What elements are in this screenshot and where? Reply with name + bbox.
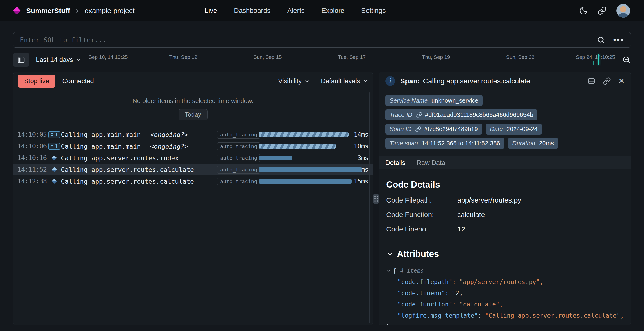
- code-filepath-row: Code Filepath: app/server/routes.py: [386, 196, 624, 204]
- close-icon[interactable]: ✕: [618, 77, 624, 85]
- time-range-bar: Last 14 days Sep 10, 14:10:25 Thu, Sep 1…: [13, 52, 631, 67]
- duration-bar: [259, 132, 349, 137]
- timeline-activity-spike: [598, 54, 599, 65]
- sidebar-toggle-button[interactable]: [13, 53, 29, 66]
- duration-badge: Duration 20ms: [508, 138, 558, 149]
- span-row[interactable]: 14:11:52 Calling app.server.routes.calcu…: [13, 164, 373, 176]
- today-button[interactable]: Today: [178, 109, 207, 120]
- nav-tab-explore[interactable]: Explore: [322, 0, 344, 22]
- connection-status: Connected: [62, 77, 94, 85]
- span-row[interactable]: 14:10:05 1 Calling app.main.main<ongoing…: [13, 129, 373, 140]
- copy-link-icon[interactable]: [603, 77, 611, 85]
- top-navbar: SummerStuff example-project Live Dashboa…: [0, 0, 644, 22]
- detail-body: Code Details Code Filepath: app/server/r…: [379, 169, 631, 325]
- trace-link-icon[interactable]: [416, 112, 422, 118]
- duration-bar: [259, 144, 336, 148]
- timeline-activity-spike-minor: [593, 61, 594, 65]
- search-icon[interactable]: [597, 36, 605, 44]
- auto-tracing-tag: auto_tracing: [217, 154, 260, 162]
- timeline-tick: Sun, Sep 22: [506, 54, 534, 60]
- code-lineno-row: Code Lineno: 12: [386, 225, 624, 233]
- timeline-tick: Thu, Sep 19: [422, 54, 450, 60]
- info-icon: i: [385, 76, 395, 86]
- attributes-section-toggle[interactable]: Attributes: [386, 249, 624, 259]
- nav-tabs: Live Dashboards Alerts Explore Settings: [205, 0, 386, 22]
- row-timestamp: 14:10:05: [18, 131, 48, 138]
- span-row[interactable]: 14:12:38 Calling app.server.routes.calcu…: [13, 176, 373, 187]
- collapsed-spans-count-icon[interactable]: 1: [48, 143, 61, 150]
- more-options-icon[interactable]: •••: [613, 36, 624, 44]
- timeline-tick: Sep 10, 14:10:25: [88, 54, 128, 60]
- panel-divider: [373, 72, 379, 326]
- span-detail-title: Span:Calling app.server.routes.calculate: [400, 77, 530, 85]
- duration-bar: [259, 156, 292, 160]
- user-avatar[interactable]: [616, 4, 630, 18]
- time-range-dropdown[interactable]: Last 14 days: [36, 56, 82, 64]
- default-levels-dropdown[interactable]: Default levels: [321, 77, 368, 85]
- span-detail-panel: i Span:Calling app.server.routes.calcula…: [379, 72, 631, 326]
- time-range-label: Last 14 days: [36, 56, 73, 64]
- breadcrumb-chevron-icon: [74, 8, 80, 14]
- row-message: Calling app.server.routes.calculate: [61, 166, 194, 173]
- panel-resize-handle[interactable]: [374, 194, 378, 204]
- row-timestamp: 14:10:06: [18, 143, 48, 150]
- span-diamond-icon: [52, 155, 57, 161]
- square-icon: [51, 145, 53, 148]
- json-entry: "logfire.msg_template":"Calling app.serv…: [386, 310, 624, 321]
- duration-bar: [259, 167, 362, 172]
- nav-tab-alerts[interactable]: Alerts: [287, 0, 304, 22]
- row-message: Calling app.server.routes.calculate: [61, 178, 194, 185]
- square-icon: [51, 134, 53, 136]
- main-content: Stop live Connected Visibility Default l…: [13, 72, 631, 326]
- span-row[interactable]: 14:10:16 Calling app.server.routes.index…: [13, 152, 373, 164]
- nav-tab-dashboards[interactable]: Dashboards: [234, 0, 270, 22]
- span-count: 1: [55, 144, 58, 149]
- timeline-tick: Tue, Sep 17: [338, 54, 366, 60]
- auto-tracing-tag: auto_tracing: [217, 131, 260, 138]
- json-entry: "code.lineno":12,: [386, 288, 624, 299]
- chevron-down-icon: [386, 251, 393, 258]
- chevron-down-icon: [76, 57, 82, 62]
- code-function-row: Code Function: calculate: [386, 211, 624, 219]
- zoom-in-icon[interactable]: [622, 55, 631, 64]
- live-view-panel: Stop live Connected Visibility Default l…: [13, 72, 373, 326]
- nav-tab-settings[interactable]: Settings: [361, 0, 386, 22]
- empty-window-message: No older items in the selected time wind…: [13, 90, 373, 105]
- tab-details[interactable]: Details: [385, 156, 406, 169]
- timeline-tick: Thu, Sep 12: [169, 54, 197, 60]
- project-breadcrumb[interactable]: example-project: [84, 7, 134, 15]
- brand-diamond-icon: [13, 7, 21, 15]
- span-row[interactable]: 14:10:06 1 Calling app.main.main<ongoing…: [13, 140, 373, 152]
- tab-raw-data[interactable]: Raw Data: [417, 156, 446, 169]
- row-message: Calling app.main.main: [61, 143, 141, 150]
- sql-filter-bar: •••: [13, 32, 631, 48]
- timeline-activity-line: [88, 64, 615, 64]
- time-span-badge: Time span 14:11:52.366 to 14:11:52.386: [385, 138, 504, 149]
- chevron-down-icon: [304, 78, 310, 84]
- trace-id-badge: Trace ID #df01acad0311189c8b66a466d96965…: [385, 109, 538, 120]
- detail-tabs: Details Raw Data: [379, 156, 631, 169]
- open-in-table-icon[interactable]: [588, 77, 596, 85]
- sql-filter-input[interactable]: [20, 36, 597, 44]
- code-details-heading: Code Details: [386, 180, 624, 190]
- span-list: 14:10:05 1 Calling app.main.main<ongoing…: [13, 129, 373, 187]
- stop-live-button[interactable]: Stop live: [18, 74, 55, 88]
- json-entry: "code.function":"calculate",: [386, 299, 624, 310]
- nav-tab-live[interactable]: Live: [205, 0, 217, 22]
- json-items-count: 4 items: [400, 266, 424, 276]
- brand-name[interactable]: SummerStuff: [26, 7, 70, 15]
- collapsed-spans-count-icon[interactable]: 1: [48, 131, 61, 138]
- span-id-badge: Span ID #f7c8e294f7489b19: [385, 124, 482, 134]
- share-link-icon[interactable]: [598, 6, 606, 15]
- navbar-actions: [579, 4, 630, 18]
- span-detail-header: i Span:Calling app.server.routes.calcula…: [379, 72, 631, 90]
- span-metadata: Service Name unknown_service Trace ID #d…: [379, 90, 631, 154]
- row-timestamp: 14:10:16: [18, 154, 48, 162]
- dark-mode-moon-icon[interactable]: [579, 6, 588, 15]
- visibility-dropdown[interactable]: Visibility: [278, 77, 310, 85]
- scrollbar[interactable]: [369, 92, 370, 323]
- attributes-json-viewer: { 4 items "code.filepath":"app/server/ro…: [386, 265, 624, 325]
- span-link-icon[interactable]: [415, 126, 421, 132]
- timeline-track[interactable]: Sep 10, 14:10:25 Thu, Sep 12 Sun, Sep 15…: [88, 52, 615, 67]
- collapse-caret-icon[interactable]: [386, 268, 391, 273]
